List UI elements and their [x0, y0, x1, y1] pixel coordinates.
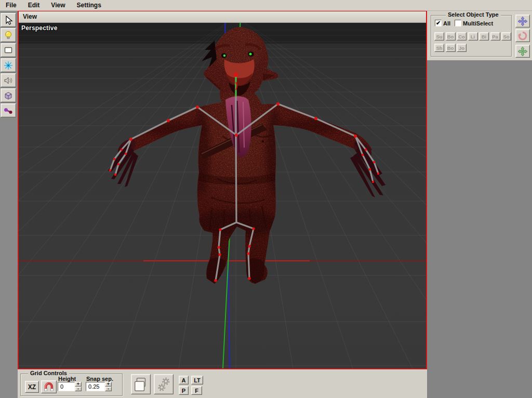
- f-button[interactable]: F: [191, 386, 202, 395]
- type-button-jo[interactable]: Jo: [457, 44, 467, 52]
- type-button-so[interactable]: So: [501, 32, 511, 41]
- snap-sep-input[interactable]: [86, 382, 105, 391]
- cube-icon: [3, 90, 14, 101]
- type-button-co[interactable]: Co: [457, 32, 467, 41]
- gears-icon: [155, 376, 172, 393]
- light-bulb-icon: [3, 30, 14, 41]
- bone-link-icon: [3, 105, 14, 116]
- bone-tool-button[interactable]: [1, 103, 16, 117]
- sound-tool-button[interactable]: [1, 73, 16, 87]
- menu-view[interactable]: View: [45, 1, 71, 10]
- scale-icon: [517, 46, 528, 57]
- type-button-su[interactable]: Su: [434, 32, 444, 41]
- light-tool-button[interactable]: [1, 28, 16, 42]
- xz-plane-button[interactable]: XZ: [25, 381, 39, 393]
- menu-settings[interactable]: Settings: [71, 1, 107, 10]
- bottom-toolbar: Grid Controls XZ Height + - Snap sep.: [18, 369, 427, 398]
- snap-decrement-button[interactable]: -: [105, 387, 112, 391]
- type-button-pa[interactable]: Pa: [490, 32, 500, 41]
- grid-controls-group: Grid Controls XZ Height + - Snap sep.: [20, 374, 123, 396]
- magnet-icon: [43, 381, 55, 392]
- scene-3d[interactable]: [19, 23, 426, 368]
- object-type-panel: Select Object Type ✔ All MultiSelect Su …: [427, 10, 532, 60]
- select-tool-button[interactable]: [1, 13, 16, 27]
- sound-icon: [3, 75, 14, 86]
- menu-edit[interactable]: Edit: [22, 1, 46, 10]
- select-object-type-title: Select Object Type: [446, 11, 501, 18]
- height-input[interactable]: [58, 382, 75, 391]
- left-toolbar: [0, 10, 18, 398]
- cursor-select-icon: [3, 15, 14, 25]
- plane-tool-button[interactable]: [1, 43, 16, 57]
- viewport-mode-label: Perspective: [21, 24, 58, 32]
- viewport-title-bar[interactable]: View: [19, 11, 426, 23]
- select-object-type-group: Select Object Type ✔ All MultiSelect Su …: [431, 15, 512, 57]
- all-checkbox[interactable]: ✔: [435, 20, 442, 26]
- rotate-tool-button[interactable]: [515, 29, 530, 42]
- height-label: Height: [58, 376, 76, 382]
- multiselect-checkbox-label: MultiSelect: [463, 20, 493, 26]
- type-button-bi[interactable]: Bi: [479, 32, 489, 41]
- application-window: File Edit View Settings: [0, 0, 532, 398]
- scale-tool-button[interactable]: [515, 45, 530, 58]
- particle-icon: [3, 60, 14, 71]
- menu-bar: File Edit View Settings: [0, 0, 532, 11]
- a-button[interactable]: A: [179, 376, 189, 384]
- menu-file[interactable]: File: [0, 1, 22, 10]
- duplicate-button[interactable]: [131, 374, 151, 394]
- type-button-sh[interactable]: Sh: [434, 44, 444, 52]
- viewport-frame: View: [18, 10, 427, 369]
- plane-node-icon: [3, 45, 14, 56]
- viewport-title: View: [23, 13, 37, 20]
- type-button-bo[interactable]: Bo: [446, 32, 456, 41]
- viewport-canvas[interactable]: Perspective: [19, 23, 426, 368]
- particle-tool-button[interactable]: [1, 58, 16, 72]
- multiselect-checkbox[interactable]: [455, 20, 461, 26]
- type-button-bo2[interactable]: Bo: [446, 44, 456, 52]
- cube-tool-button[interactable]: [1, 88, 16, 102]
- translate-tool-button[interactable]: [515, 15, 530, 28]
- lt-button[interactable]: LT: [191, 376, 203, 384]
- all-checkbox-label: All: [443, 20, 450, 26]
- p-button[interactable]: P: [179, 386, 189, 395]
- settings-gears-button[interactable]: [154, 374, 174, 394]
- copy-icon: [132, 376, 149, 393]
- rotate-icon: [517, 30, 528, 42]
- height-decrement-button[interactable]: -: [75, 387, 82, 391]
- type-button-li[interactable]: Li: [468, 32, 478, 41]
- translate-icon: [517, 16, 528, 27]
- snap-magnet-button[interactable]: [41, 380, 57, 393]
- right-panel: Select Object Type ✔ All MultiSelect Su …: [427, 10, 532, 398]
